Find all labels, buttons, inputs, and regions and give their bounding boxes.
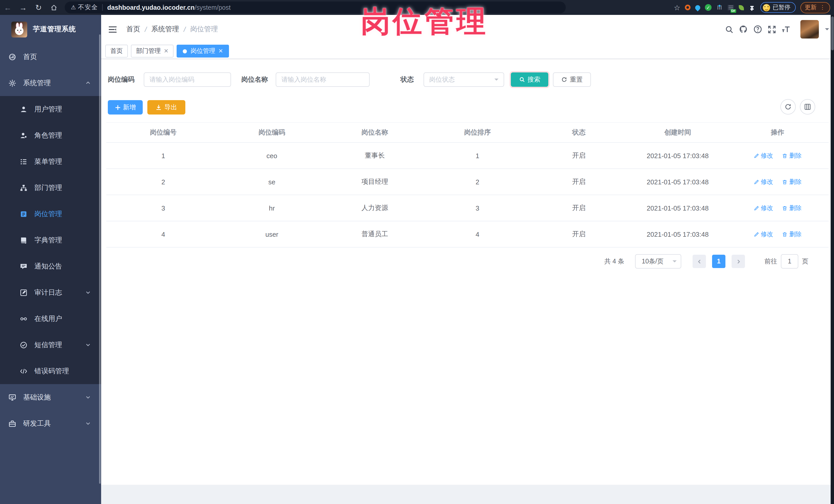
sidebar-item-error-codes[interactable]: 错误码管理 <box>0 358 101 384</box>
sidebar-item-users[interactable]: 用户管理 <box>0 96 101 122</box>
page-number-1[interactable]: 1 <box>712 255 725 268</box>
col-post-sort: 岗位排序 <box>426 123 529 143</box>
post-code-input[interactable] <box>144 72 231 87</box>
update-button[interactable]: 更新 ⋮ <box>800 2 830 13</box>
tab-departments[interactable]: 部门管理 ✕ <box>131 45 174 58</box>
app-logo-row[interactable]: 芋道管理系统 <box>0 15 101 44</box>
extensions-puzzle-icon[interactable] <box>748 4 756 11</box>
gear-icon <box>8 79 17 87</box>
sidebar-item-label: 在线用户 <box>35 314 62 323</box>
address-bar[interactable]: ⚠ 不安全 dashboard.yudao.iocoder.cn/system/… <box>65 2 566 13</box>
page-size-select[interactable]: 10条/页 <box>635 254 681 268</box>
cell-status: 开启 <box>529 169 629 195</box>
home-icon[interactable] <box>46 2 62 13</box>
extension-pin-icon[interactable] <box>694 4 701 11</box>
col-status: 状态 <box>529 123 629 143</box>
cell-actions: 修改 删除 <box>726 195 829 221</box>
paused-label: 已暂停 <box>773 4 790 11</box>
export-button[interactable]: 导出 <box>147 100 185 114</box>
tab-posts[interactable]: 岗位管理 ✕ <box>177 45 229 58</box>
dashboard-icon <box>8 52 17 61</box>
reset-button[interactable]: 重置 <box>553 72 591 87</box>
chevron-down-icon <box>673 260 677 264</box>
column-settings-button[interactable] <box>800 99 815 114</box>
book-icon <box>19 236 28 244</box>
chevron-up-icon <box>85 80 91 86</box>
browser-menu-icon[interactable]: ⋮ <box>820 4 825 11</box>
sidebar-group-system[interactable]: 系统管理 <box>0 70 101 96</box>
sidebar-group-label: 研发工具 <box>23 419 51 428</box>
close-icon[interactable]: ✕ <box>164 48 169 54</box>
goto-page-input[interactable] <box>781 254 798 268</box>
reload-icon[interactable]: ↻ <box>31 2 46 13</box>
next-page-button[interactable] <box>731 255 745 268</box>
add-button[interactable]: 新增 <box>108 100 143 114</box>
font-size-icon[interactable] <box>781 25 791 34</box>
refresh-table-button[interactable] <box>780 99 796 114</box>
forward-icon[interactable]: → <box>16 2 31 13</box>
table-header: 岗位编号 岗位编码 岗位名称 岗位排序 状态 创建时间 操作 <box>106 123 829 143</box>
delete-link[interactable]: 删除 <box>782 177 802 186</box>
pagination: 共 4 条 10条/页 1 前往 页 <box>101 254 834 268</box>
status-select[interactable]: 岗位状态 <box>423 72 504 87</box>
edit-link[interactable]: 修改 <box>753 177 773 186</box>
post-badge-icon <box>19 210 28 218</box>
sidebar-item-menus[interactable]: 菜单管理 <box>0 148 101 175</box>
sidebar-group-dev-tools[interactable]: 研发工具 <box>0 410 101 437</box>
sidebar-item-dictionary[interactable]: 字典管理 <box>0 227 101 253</box>
extension-badge: GIF <box>730 9 736 13</box>
close-icon[interactable]: ✕ <box>218 48 223 54</box>
edit-link[interactable]: 修改 <box>753 151 773 160</box>
sidebar-group-infrastructure[interactable]: 基础设施 <box>0 384 101 410</box>
shield-message-icon <box>19 341 28 349</box>
search-icon[interactable] <box>725 25 733 34</box>
caret-down-icon[interactable] <box>825 28 829 32</box>
goto-label: 前往 <box>764 257 777 266</box>
extension-ring-icon[interactable] <box>685 5 690 10</box>
edit-link[interactable]: 修改 <box>753 230 773 239</box>
hamburger-icon[interactable] <box>108 25 117 33</box>
edit-link[interactable]: 修改 <box>753 204 773 212</box>
breadcrumb-system[interactable]: 系统管理 <box>151 25 179 34</box>
sidebar-item-home[interactable]: 首页 <box>0 44 101 70</box>
search-button[interactable]: 搜索 <box>511 72 548 87</box>
delete-link[interactable]: 删除 <box>782 230 802 239</box>
page-scrollbar[interactable] <box>830 15 834 504</box>
sidebar-item-label: 用户管理 <box>35 105 62 114</box>
scrollbar-thumb[interactable] <box>831 17 833 50</box>
cell-sort: 1 <box>426 143 529 169</box>
sidebar-item-online-users[interactable]: 在线用户 <box>0 306 101 332</box>
extension-sliders-icon[interactable] <box>716 4 723 11</box>
sidebar-item-sms[interactable]: 短信管理 <box>0 332 101 358</box>
sidebar-group-label: 系统管理 <box>23 78 51 88</box>
screen: ← → ↻ ⚠ 不安全 dashboard.yudao.iocoder.cn/s… <box>0 0 834 504</box>
delete-link[interactable]: 删除 <box>782 204 802 212</box>
breadcrumb-separator: / <box>145 25 147 33</box>
footer-strip <box>101 484 834 504</box>
sidebar-item-notices[interactable]: 通知公告 <box>0 253 101 279</box>
edit-pencil-icon <box>753 179 759 184</box>
toolbox-icon <box>8 419 17 428</box>
bookmark-star-icon[interactable]: ☆ <box>674 3 680 12</box>
help-icon[interactable] <box>753 25 762 34</box>
delete-link-label: 删除 <box>789 151 802 160</box>
extension-list-icon[interactable]: GIF <box>727 4 734 10</box>
profile-paused-chip[interactable]: 已暂停 <box>760 2 795 13</box>
back-icon[interactable]: ← <box>0 2 16 13</box>
sidebar-item-audit-log[interactable]: 审计日志 <box>0 279 101 306</box>
sidebar-item-posts[interactable]: 岗位管理 <box>0 201 101 227</box>
navbar-actions <box>725 20 834 39</box>
breadcrumb-home[interactable]: 首页 <box>126 25 140 34</box>
github-icon[interactable] <box>739 25 748 34</box>
post-name-input[interactable] <box>276 72 370 87</box>
sidebar-item-departments[interactable]: 部门管理 <box>0 175 101 201</box>
tab-home[interactable]: 首页 <box>105 45 128 58</box>
delete-link[interactable]: 删除 <box>782 151 802 160</box>
add-button-label: 新增 <box>123 103 136 112</box>
sidebar-item-roles[interactable]: 角色管理 <box>0 122 101 148</box>
fullscreen-icon[interactable] <box>767 25 776 34</box>
avatar[interactable] <box>800 20 818 39</box>
prev-page-button[interactable] <box>693 255 706 268</box>
extension-leaf-icon[interactable] <box>739 5 744 10</box>
extension-check-icon[interactable]: ✓ <box>705 4 711 11</box>
